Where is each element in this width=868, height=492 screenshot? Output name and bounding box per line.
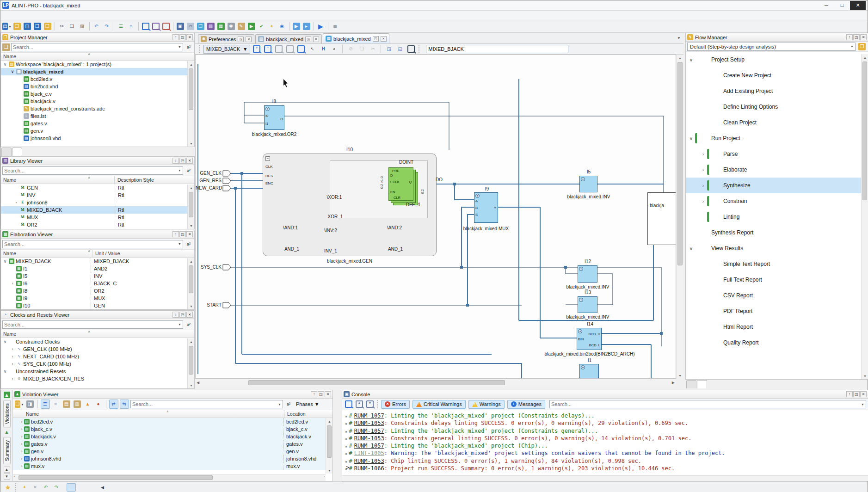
expander-icon[interactable]: › (14, 200, 18, 205)
message-bullet-icon[interactable]: ▪ (345, 444, 347, 449)
flow-item[interactable]: Clean Project (686, 115, 861, 130)
expander-icon[interactable]: › (19, 464, 24, 468)
toolbar-button[interactable]: ▶ (316, 22, 326, 31)
inv-instance-block[interactable]: + (578, 265, 597, 283)
instance-row[interactable]: ▦ I8 OR2 (1, 287, 194, 295)
violation-row[interactable]: › ▤ bjack_c.v bjack_c.v (13, 425, 332, 433)
search-combo[interactable]: ▼ (2, 240, 183, 248)
violation-row[interactable]: › ▤ blackjack.v blackjack.v (13, 433, 332, 440)
toolbar-button[interactable]: ❒ (33, 22, 42, 31)
layout-tab[interactable] (67, 483, 76, 492)
toolbar-button[interactable]: ▦ (216, 22, 226, 31)
message-id[interactable]: RUNM-1057 (354, 443, 384, 449)
flow-item[interactable]: Html Report (686, 319, 861, 335)
message-id[interactable]: RUNM-1057 (354, 412, 384, 419)
library-row[interactable]: M MIXED_BJACK Rtl (1, 206, 194, 214)
toolbar-button[interactable]: ▶ (292, 22, 301, 31)
tree-row[interactable]: ▤ johnson8.vhd (1, 135, 194, 142)
panel-pin-button[interactable]: ↕ (172, 312, 179, 318)
elaboration-column-headers[interactable]: Name∧Unit / Value (1, 250, 194, 258)
panel-float-button[interactable]: ◳ (318, 391, 324, 397)
console-prompt[interactable]: > (346, 464, 349, 471)
menu-item[interactable] (37, 14, 45, 16)
flow-item[interactable]: Simple Text Report (686, 256, 861, 272)
dff-block[interactable]: PRE D CLK › EN CLR Q (388, 167, 413, 201)
library-row[interactable]: M GEN Rtl (1, 184, 194, 191)
toolbar-button[interactable]: ▣ (176, 22, 185, 31)
toolbar-button[interactable]: ≡ (127, 22, 136, 31)
summary-vertical-tab[interactable]: Summary (3, 437, 11, 464)
expander-icon[interactable]: › (19, 442, 24, 446)
message-bullet-icon[interactable]: ▪ (345, 437, 347, 441)
violation-tool-button[interactable]: ⇄ (109, 400, 118, 409)
tree-row[interactable]: ▤ gen.v (1, 127, 194, 135)
expand-icon[interactable]: + (578, 329, 582, 333)
status-tool-button[interactable]: ↶ (41, 483, 50, 492)
console-log[interactable]: ▪#RUNM-1057: Linting the 'blackjack_mixe… (345, 412, 866, 472)
incremental-search-icon[interactable]: a² (284, 400, 293, 408)
flow-options-button[interactable]: ❐ (857, 42, 867, 51)
expander-icon[interactable]: ∨ (3, 369, 7, 374)
expander-icon[interactable]: › (10, 354, 15, 359)
violation-hscrollbar[interactable]: ‹› (13, 474, 326, 481)
toolbar-button[interactable]: ✦ (267, 22, 277, 31)
search-input[interactable] (4, 241, 178, 247)
name-column-header[interactable]: Name∧ (1, 53, 194, 61)
dock-tab[interactable] (697, 380, 707, 388)
toolbar-button[interactable]: ❏ (68, 22, 77, 31)
clock-row[interactable]: › ∿ SYS_CLK (100 MHz) (1, 360, 194, 368)
expander-icon[interactable]: › (10, 281, 15, 286)
schematic-canvas[interactable]: − PRE D CLK › EN CLR Q 0:2 >1:3 0:2 + I0… (195, 55, 676, 379)
project-tree-scrollbar[interactable]: ▲▼ (187, 61, 194, 147)
find-button[interactable] (344, 400, 353, 409)
offscreen-block[interactable]: blackja (647, 192, 676, 245)
expand-icon[interactable]: + (581, 177, 585, 181)
tree-row[interactable]: ▤ bcd2led.v (1, 75, 194, 83)
panel-pin-button[interactable]: ↕ (311, 391, 317, 397)
violation-column-headers[interactable]: Name∧Location (13, 410, 332, 418)
flow-item[interactable]: Define Linting Options (686, 99, 861, 115)
name-column-header[interactable]: Name∧ (1, 330, 194, 338)
expander-icon[interactable]: ∨ (3, 339, 7, 344)
incremental-search-icon[interactable]: a² (185, 321, 193, 328)
tab-float-button[interactable]: ◳ (373, 36, 379, 42)
console-filter-toggle[interactable]: ✕ Errors (381, 400, 410, 409)
clock-row[interactable]: › ∿ GEN_CLK (100 MHz) (1, 345, 194, 353)
window-button[interactable]: ✕ (850, 1, 866, 10)
panel-pin-button[interactable]: ↕ (846, 34, 853, 40)
window-button[interactable]: ─ (819, 1, 834, 10)
panel-close-button[interactable]: ✕ (325, 391, 331, 397)
toolbar-button[interactable]: ■ (331, 22, 340, 31)
schematic-tool-button[interactable]: ◐ (330, 44, 339, 54)
schematic-tool-button[interactable] (285, 44, 295, 54)
console-filter-toggle[interactable]: Warnings (468, 400, 505, 409)
panel-close-button[interactable]: ✕ (186, 34, 193, 40)
expander-icon[interactable]: › (19, 427, 24, 431)
schematic-tool-button[interactable]: ◳ (384, 44, 394, 54)
panel-float-button[interactable]: ◳ (179, 231, 186, 237)
instance-row[interactable]: › ▦ I6 BJACK_C (1, 280, 194, 287)
toolbar-button[interactable]: ◫ (23, 22, 32, 31)
tree-row[interactable]: ∨ ▨ blackjack_mixed (1, 68, 194, 75)
menu-item[interactable] (28, 14, 37, 16)
tree-row[interactable]: ∨ ▧ Workspace 'blackjack_mixed' : 1 proj… (1, 61, 194, 68)
scope-selector[interactable]: MIXED_BJACK▼ (203, 45, 250, 54)
menu-item[interactable] (3, 14, 12, 16)
expander-icon[interactable]: ∨ (3, 259, 7, 264)
load-search-icon[interactable]: ❏ (2, 43, 10, 51)
library-row[interactable]: M INV Rtl (1, 191, 194, 199)
toolbar-button[interactable]: ▤▼ (2, 22, 12, 31)
favorites-star-icon[interactable]: ★ (3, 483, 12, 492)
search-input[interactable] (551, 401, 861, 407)
layout-tab[interactable] (88, 483, 97, 492)
console-search-combo[interactable]: ▼ (549, 400, 866, 408)
toolbar-button[interactable] (161, 22, 171, 31)
panel-close-button[interactable]: ✕ (186, 231, 193, 237)
expander-icon[interactable]: › (701, 199, 706, 204)
toolbar-button[interactable] (151, 22, 160, 31)
expand-icon[interactable]: + (579, 298, 583, 302)
flow-item[interactable]: › Elaborate (686, 162, 861, 178)
clock-row[interactable]: ∨ Constrained Clocks (1, 338, 194, 345)
expander-icon[interactable]: › (10, 362, 15, 366)
flow-item[interactable]: ∨ Project Setup (686, 52, 861, 68)
